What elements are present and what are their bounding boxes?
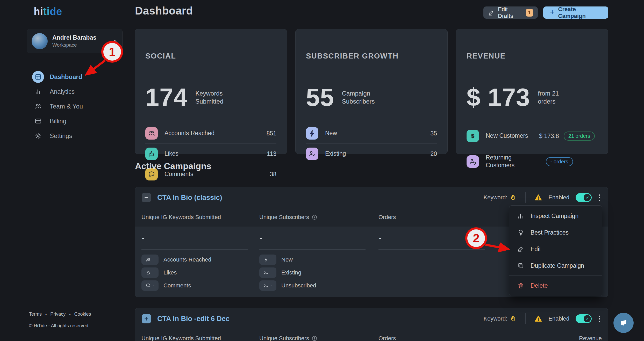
- campaign-context-menu: Inspect Campaign Best Practices Edit Dup…: [509, 205, 602, 296]
- wave-hand-icon: [510, 315, 517, 322]
- collapse-button[interactable]: [142, 193, 151, 202]
- logo-part-ti: ti: [43, 6, 50, 17]
- stat-label: New Customers: [486, 132, 532, 140]
- create-campaign-label: Create Campaign: [558, 6, 602, 19]
- toggle-check-icon: [584, 315, 591, 322]
- sidebar-item-team[interactable]: Team & You: [0, 99, 130, 114]
- stat-label: New: [325, 129, 424, 137]
- stat-row-returning-customers: Returning Customers - - orders: [467, 149, 598, 174]
- growth-big-label: Campaign Subscribers: [342, 89, 383, 105]
- subscriber-growth-card: SUBSCRIBER GROWTH 55 Campaign Subscriber…: [295, 29, 448, 154]
- menu-item-label: Duplicate Campaign: [531, 262, 584, 269]
- stat-value: -: [539, 158, 541, 165]
- chat-widget-button[interactable]: [613, 313, 634, 333]
- privacy-link[interactable]: Privacy: [50, 311, 66, 317]
- sidebar-item-label: Analytics: [50, 88, 75, 95]
- billing-icon: [32, 115, 44, 127]
- menu-item-inspect-campaign[interactable]: Inspect Campaign: [509, 208, 602, 224]
- mini-label: Comments: [163, 280, 191, 291]
- edit-drafts-button[interactable]: Edit Drafts 1: [483, 6, 538, 19]
- campaign-title[interactable]: CTA In Bio -edit 6 Dec: [157, 315, 230, 323]
- chat-bubble-icon: [618, 317, 629, 329]
- column-header: Unique Subscribers: [259, 214, 309, 221]
- stat-value: 35: [430, 130, 437, 137]
- menu-item-delete[interactable]: Delete: [509, 277, 602, 294]
- sidebar-item-analytics[interactable]: Analytics: [0, 84, 130, 99]
- hitide-logo: hitide: [34, 6, 62, 17]
- toggle-check-icon: [584, 194, 591, 201]
- mini-label: New: [281, 255, 293, 265]
- sidebar-item-billing[interactable]: Billing: [0, 114, 130, 128]
- stat-value: 38: [270, 171, 276, 178]
- campaign-title[interactable]: CTA In Bio (classic): [157, 194, 222, 202]
- plus-icon: +: [550, 8, 555, 16]
- social-card: SOCIAL 174 Keywords Submitted Accounts R…: [135, 29, 287, 154]
- wave-hand-icon: [510, 194, 517, 201]
- terms-link[interactable]: Terms: [29, 311, 42, 317]
- menu-item-duplicate-campaign[interactable]: Duplicate Campaign: [509, 257, 602, 274]
- campaign-card-edit-6-dec: CTA In Bio -edit 6 Dec Keyword: Enabled …: [135, 308, 608, 341]
- status-label: Enabled: [548, 315, 569, 322]
- create-campaign-button[interactable]: + Create Campaign: [543, 6, 608, 19]
- divider: [525, 192, 526, 203]
- page-title: Dashboard: [135, 5, 193, 17]
- gear-icon: [32, 130, 44, 142]
- pencil-icon: [488, 10, 494, 16]
- team-icon: [32, 100, 44, 112]
- mini-lightning-icon: -: [259, 255, 276, 265]
- lightning-icon: [306, 127, 318, 140]
- divider: [141, 249, 248, 250]
- warning-icon: [534, 315, 542, 323]
- dollar-icon: $: [467, 130, 479, 142]
- mini-label: Existing: [281, 267, 301, 278]
- card-title: SUBSCRIBER GROWTH: [306, 52, 398, 60]
- column-header: Orders: [378, 214, 396, 221]
- workspace-switcher[interactable]: Andrei Barabas Workspace: [27, 29, 123, 53]
- stat-label: Accounts Reached: [164, 129, 260, 137]
- stat-row-new-customers: $ New Customers $ 173.8 21 orders: [467, 123, 598, 149]
- mini-value: -: [270, 282, 272, 289]
- stat-value: 113: [267, 150, 276, 157]
- mini-label: Unsubscribed: [281, 280, 316, 291]
- social-big-value: 174: [145, 85, 188, 110]
- revenue-card: REVENUE $ 173 from 21 orders $ New Custo…: [456, 29, 608, 154]
- stat-row-existing: Existing 20: [306, 144, 437, 164]
- stat-row-accounts-reached: Accounts Reached 851: [145, 123, 276, 144]
- sidebar-footer: Terms • Privacy • Cookies © HiTide - All…: [29, 311, 91, 329]
- info-icon[interactable]: [312, 214, 317, 220]
- sidebar-item-dashboard[interactable]: Dashboard: [0, 69, 130, 84]
- svg-text:$: $: [471, 133, 474, 139]
- cell-value: -: [260, 234, 262, 242]
- card-title: REVENUE: [467, 52, 506, 60]
- chart-icon: [517, 213, 524, 219]
- kebab-menu-icon[interactable]: [598, 193, 601, 202]
- orders-pill: 21 orders: [564, 132, 595, 141]
- chevron-up-icon: [112, 38, 118, 44]
- menu-item-edit[interactable]: Edit: [509, 241, 602, 257]
- cookies-link[interactable]: Cookies: [74, 311, 91, 317]
- menu-item-best-practices[interactable]: Best Practices: [509, 224, 602, 241]
- expand-button[interactable]: [142, 314, 151, 323]
- footer-separator: •: [45, 312, 47, 316]
- pencil-icon: [517, 246, 524, 252]
- stat-label: Existing: [325, 150, 424, 158]
- copyright: © HiTide - All rights reserved: [29, 323, 91, 329]
- mini-comment-icon: -: [141, 280, 159, 291]
- enabled-toggle[interactable]: [576, 314, 592, 323]
- stat-label: Returning Customers: [486, 154, 532, 169]
- profile-name: Andrei Barabas: [52, 34, 107, 41]
- divider: [259, 249, 366, 250]
- stat-row-new: New 35: [306, 123, 437, 144]
- orders-pill: - orders: [546, 157, 573, 166]
- warning-icon: [534, 194, 542, 201]
- enabled-toggle[interactable]: [576, 193, 592, 202]
- mini-value: -: [153, 270, 154, 276]
- sidebar-item-label: Team & You: [50, 103, 83, 110]
- card-title: SOCIAL: [145, 52, 176, 60]
- info-icon[interactable]: [312, 336, 317, 341]
- kebab-menu-icon[interactable]: [598, 315, 601, 323]
- sidebar-item-label: Settings: [50, 132, 72, 140]
- sidebar-nav: Dashboard Analytics Team & You Billing S…: [0, 69, 130, 143]
- keyword-label: Keyword:: [484, 315, 507, 322]
- sidebar-item-settings[interactable]: Settings: [0, 128, 130, 143]
